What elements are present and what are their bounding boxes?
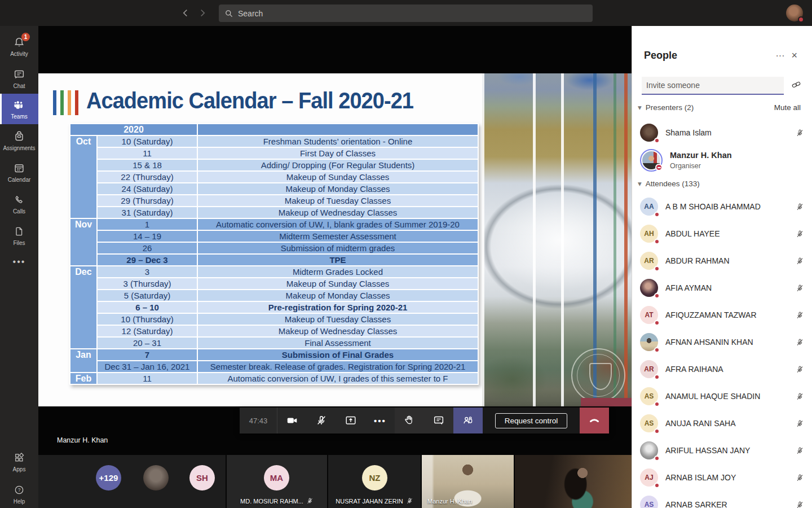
back-icon[interactable] — [179, 7, 192, 19]
table-row: Dec3Midterm Grades Locked — [70, 266, 478, 278]
attendee-row[interactable]: AFIA AYMAN — [640, 275, 804, 301]
panel-close-icon[interactable]: × — [788, 49, 801, 63]
table-row: 5 (Saturday)Makeup of Monday Classes — [70, 290, 478, 301]
avatar — [640, 441, 658, 459]
video-tile[interactable] — [515, 455, 632, 508]
attendee-row[interactable]: AJARNAB ISLAM JOY — [640, 465, 804, 491]
attendee-row[interactable]: ARABDUR RAHMAN — [640, 248, 804, 274]
presenter-row[interactable]: Shama Islam — [640, 120, 804, 146]
sidebar-item-assignments[interactable]: Assignments — [0, 125, 38, 156]
sidebar-item-help[interactable]: ? Help — [0, 479, 38, 508]
event-cell: First Day of Classes — [197, 147, 478, 159]
presence-busy-dot — [654, 239, 660, 244]
attendee-row[interactable]: ARIFUL HASSAN JANY — [640, 437, 804, 463]
mic-muted-icon[interactable] — [792, 338, 804, 347]
sidebar-item-files[interactable]: Files — [0, 220, 38, 251]
mic-muted-icon[interactable] — [792, 129, 804, 137]
attendee-row[interactable]: ATAFIQUZZAMAN TAZWAR — [640, 302, 804, 328]
attendee-row[interactable]: ASANAMUL HAQUE SHADIN — [640, 383, 804, 409]
attendee-row[interactable]: ARAFRA RAIHANA — [640, 356, 804, 382]
event-cell: Makeup of Sunday Classes — [197, 171, 478, 183]
mic-muted-icon[interactable] — [792, 365, 804, 374]
attendees-section-header[interactable]: ▾ Attendees (133) — [638, 179, 801, 188]
mic-muted-icon[interactable] — [792, 203, 804, 211]
avatar[interactable] — [786, 5, 803, 21]
search-input[interactable] — [238, 9, 587, 18]
mic-muted-icon[interactable] — [792, 284, 804, 292]
sidebar-item-calls[interactable]: Calls — [0, 189, 38, 219]
avatar: AJ — [640, 468, 658, 487]
participant-tile[interactable]: NZ NUSRAT JAHAN ZERIN — [328, 455, 421, 508]
table-row: Jan7Submission of Final Grades — [70, 349, 478, 361]
mic-mute-button[interactable] — [307, 408, 336, 433]
hangup-button[interactable] — [580, 408, 609, 433]
raise-hand-button[interactable] — [395, 408, 424, 433]
date-cell: 5 (Saturday) — [97, 290, 197, 301]
mic-muted-icon[interactable] — [792, 311, 804, 319]
sidebar-item-apps[interactable]: Apps — [0, 446, 38, 477]
attendee-row[interactable]: ASARNAB SARKER — [640, 492, 804, 508]
table-row: Oct10 (Saturday)Freshman Students’ orien… — [70, 135, 478, 147]
event-cell: Submission of midterm grades — [197, 242, 478, 254]
attendee-row[interactable]: AFNAN AHSANIN KHAN — [640, 329, 804, 355]
avatar: AH — [640, 225, 658, 243]
participant-tile-group[interactable]: +129 SH — [38, 455, 226, 508]
mic-muted-icon[interactable] — [792, 446, 804, 455]
presence-busy-dot — [654, 456, 660, 461]
overflow-count-bubble: +129 — [96, 465, 121, 491]
month-cell: Nov — [70, 218, 97, 266]
people-button[interactable] — [453, 408, 483, 433]
date-cell: 3 (Thursday) — [97, 278, 197, 290]
academic-calendar-table: 2020 Oct10 (Saturday)Freshman Students’ … — [69, 123, 479, 385]
sidebar-item-chat[interactable]: Chat — [0, 63, 38, 94]
more-actions-button[interactable]: ••• — [365, 408, 395, 433]
avatar: AS — [640, 496, 658, 508]
mute-all-button[interactable]: Mute all — [774, 103, 801, 112]
sidebar-item-teams[interactable]: Teams — [0, 94, 38, 124]
event-cell: Makeup of Tuesday Classes — [197, 313, 478, 325]
sidebar-item-activity[interactable]: 1 Activity — [0, 31, 38, 62]
mic-muted-icon — [406, 497, 413, 505]
event-cell: TPE — [197, 254, 478, 266]
mic-muted-icon[interactable] — [792, 474, 804, 482]
sidebar-item-calendar[interactable]: Calendar — [0, 157, 38, 187]
attendee-row[interactable]: AHABDUL HAYEE — [640, 221, 804, 247]
video-tile[interactable]: Manzur H. Khan — [422, 455, 514, 508]
table-row: 15 & 18Adding/ Dropping (For Regular Stu… — [70, 159, 478, 171]
attendee-row[interactable]: ASANUJA RANI SAHA — [640, 410, 804, 436]
table-row: 20 – 31Final Assessment — [70, 337, 478, 349]
share-screen-button[interactable] — [336, 408, 365, 433]
mic-muted-icon[interactable] — [792, 257, 804, 265]
chat-button[interactable] — [424, 408, 453, 433]
mic-muted-icon[interactable] — [792, 230, 804, 238]
mic-muted-icon[interactable] — [792, 419, 804, 428]
search-box[interactable] — [219, 5, 593, 22]
presence-busy-dot — [654, 320, 660, 326]
presenters-section-header[interactable]: ▾ Presenters (2) Mute all — [638, 103, 801, 112]
presenter-row-organiser[interactable]: Manzur H. Khan Organiser — [640, 146, 804, 175]
participant-name: Shama Islam — [665, 128, 792, 137]
participant-name: ARNAB SARKER — [665, 500, 792, 508]
sidebar-item-more[interactable]: ••• — [0, 254, 38, 270]
event-cell: Submission of Final Grades — [197, 349, 478, 361]
attendee-row[interactable]: AAA B M SHOAIB AHAMMAD — [640, 194, 804, 220]
hangup-icon — [588, 414, 601, 427]
avatar — [640, 124, 658, 142]
copy-link-icon[interactable] — [791, 79, 802, 90]
date-cell: 11 — [97, 147, 197, 159]
request-control-button[interactable]: Request control — [495, 413, 568, 428]
forward-icon[interactable] — [196, 7, 209, 19]
event-cell: Pre-registration for Spring 2020-21 — [197, 301, 478, 313]
invite-input[interactable] — [642, 81, 784, 90]
mic-muted-icon[interactable] — [792, 392, 804, 401]
date-cell: 10 (Saturday) — [97, 135, 197, 147]
participant-name: AFNAN AHSANIN KHAN — [665, 338, 792, 347]
participant-name: Manzur H. Khan Organiser — [670, 150, 804, 171]
camera-button[interactable] — [277, 408, 307, 433]
table-row: 6 – 10Pre-registration for Spring 2020-2… — [70, 301, 478, 313]
mic-muted-icon[interactable] — [792, 501, 804, 508]
calendar-icon — [12, 161, 26, 175]
participant-tile[interactable]: MA MD. MOSIUR RAHM... — [227, 455, 327, 508]
panel-more-icon[interactable]: ··· — [773, 50, 788, 62]
date-cell: 22 (Thursday) — [97, 171, 197, 183]
